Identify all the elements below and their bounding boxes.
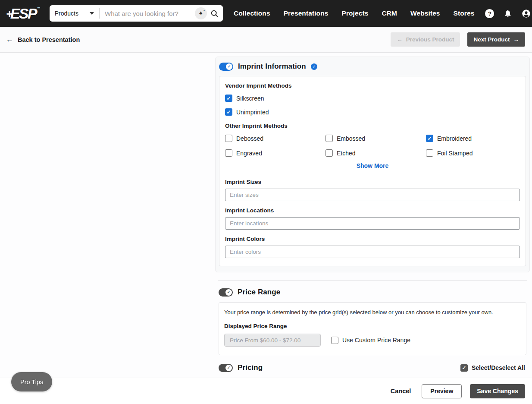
checkbox-icon — [325, 149, 333, 157]
left-arrow-icon: ← — [397, 36, 403, 43]
nav-item-projects[interactable]: Projects — [341, 9, 368, 17]
imprint-colors-field: Imprint Colors — [225, 236, 520, 258]
checkbox-unimprinted[interactable]: ✓Unimprinted — [225, 108, 520, 116]
toggle-check-icon: ✓ — [225, 365, 232, 371]
other-imprint-methods-label: Other Imprint Methods — [225, 123, 520, 129]
nav-item-websites[interactable]: Websites — [410, 9, 440, 17]
imprint-sizes-input[interactable] — [225, 189, 520, 201]
action-footer: Cancel Preview Save Changes — [0, 378, 532, 404]
checkbox-label: Debossed — [236, 135, 263, 142]
header-icon-group: ? — [485, 9, 531, 18]
esp-logo[interactable]: +ESP™ — [6, 6, 38, 21]
use-custom-price-range-checkbox[interactable]: Use Custom Price Range — [331, 337, 410, 344]
other-imprint-methods-grid: DebossedEmbossed✓EmbroideredEngravedEtch… — [225, 135, 520, 157]
checkbox-debossed[interactable]: Debossed — [225, 135, 325, 142]
checkbox-label: Silkscreen — [236, 95, 264, 102]
checkbox-engraved[interactable]: Engraved — [225, 149, 325, 157]
displayed-price-range-label: Displayed Price Range — [224, 323, 521, 329]
search-category-dropdown[interactable]: Products — [50, 10, 99, 17]
checkbox-label: Embroidered — [437, 135, 472, 142]
imprint-locations-field: Imprint Locations — [225, 207, 520, 230]
search-icon — [210, 9, 219, 18]
imprint-sizes-label: Imprint Sizes — [225, 179, 520, 185]
pricing-toggle[interactable]: ✓ — [219, 364, 233, 372]
imprint-information-toggle[interactable]: ✓ — [219, 63, 233, 71]
checkbox-label: Engraved — [236, 150, 262, 157]
trademark-mark: ™ — [37, 7, 39, 10]
cancel-button[interactable]: Cancel — [391, 388, 411, 395]
pricing-title: Pricing — [238, 363, 263, 372]
main-navigation: CollectionsPresentationsProjectsCRMWebsi… — [234, 9, 474, 17]
nav-item-crm[interactable]: CRM — [382, 9, 397, 17]
use-custom-price-range-label: Use Custom Price Range — [342, 337, 410, 344]
checkbox-check-icon: ✓ — [225, 108, 232, 116]
nav-item-collections[interactable]: Collections — [234, 9, 270, 17]
vendor-imprint-methods-label: Vendor Imprint Methods — [225, 82, 520, 89]
imprint-locations-input[interactable] — [225, 217, 520, 230]
imprint-information-title: Imprint Information — [238, 62, 306, 71]
checkbox-embossed[interactable]: Embossed — [325, 135, 426, 142]
account-button[interactable] — [522, 9, 531, 18]
logo-plus-icon: + — [6, 8, 12, 19]
search-input[interactable] — [100, 10, 195, 17]
select-deselect-all-checkbox[interactable]: ✓ Select/Deselect All — [460, 364, 525, 372]
price-range-description: Your price range is determined by the pr… — [224, 309, 521, 316]
checkbox-icon — [325, 135, 333, 142]
imprint-fields: Imprint SizesImprint LocationsImprint Co… — [225, 179, 520, 258]
section-divider — [218, 280, 527, 281]
toggle-check-icon: ✓ — [225, 289, 232, 296]
vendor-imprint-methods-list: ✓Silkscreen✓Unimprinted — [225, 95, 520, 116]
price-range-toggle[interactable]: ✓ — [219, 288, 233, 297]
imprint-colors-input[interactable] — [225, 246, 520, 258]
top-header: +ESP™ Products ✦ ✦ CollectionsPresentati… — [0, 0, 532, 27]
checkbox-label: Etched — [337, 150, 356, 157]
checkbox-label: Foil Stamped — [437, 150, 473, 157]
checkbox-foil-stamped[interactable]: Foil Stamped — [426, 149, 520, 157]
save-changes-button[interactable]: Save Changes — [470, 384, 525, 398]
nav-item-stores[interactable]: Stores — [454, 9, 475, 17]
next-product-button[interactable]: Next Product → — [467, 32, 525, 47]
back-to-presentation-link[interactable]: ← Back to Presentation — [6, 35, 80, 44]
checkbox-label: Embossed — [337, 135, 365, 142]
price-range-section: ✓ Price Range Your price range is determ… — [215, 288, 530, 355]
checkbox-check-icon: ✓ — [426, 135, 433, 142]
notifications-button[interactable] — [504, 9, 512, 18]
preview-button[interactable]: Preview — [422, 384, 462, 398]
imprint-locations-label: Imprint Locations — [225, 207, 520, 214]
show-more-link[interactable]: Show More — [225, 162, 520, 169]
search-bar: Products ✦ ✦ — [50, 5, 223, 22]
search-category-label: Products — [55, 10, 78, 17]
select-deselect-all-label: Select/Deselect All — [472, 364, 525, 371]
checkbox-check-icon: ✓ — [460, 364, 468, 372]
page-toolbar: ← Back to Presentation ← Previous Produc… — [0, 27, 532, 53]
ai-sparkle-button[interactable]: ✦ ✦ — [195, 7, 207, 19]
checkbox-icon — [331, 337, 338, 344]
price-range-card: Your price range is determined by the pr… — [219, 302, 526, 355]
checkbox-icon — [225, 149, 232, 157]
checkbox-icon — [225, 135, 232, 142]
imprint-information-section: ✓ Imprint Information i Vendor Imprint M… — [215, 57, 530, 272]
user-icon — [522, 9, 531, 18]
bell-icon — [504, 9, 512, 18]
pro-tips-button[interactable]: Pro Tips — [11, 372, 52, 391]
toggle-check-icon: ✓ — [226, 63, 232, 70]
checkbox-check-icon: ✓ — [225, 95, 232, 102]
chevron-down-icon — [90, 12, 94, 15]
search-submit-button[interactable] — [210, 9, 219, 18]
info-icon[interactable]: i — [311, 63, 317, 70]
logo-text: ESP — [10, 6, 37, 21]
checkbox-etched[interactable]: Etched — [325, 149, 426, 157]
imprint-sizes-field: Imprint Sizes — [225, 179, 520, 201]
imprint-card: Vendor Imprint Methods ✓Silkscreen✓Unimp… — [219, 76, 526, 266]
checkbox-silkscreen[interactable]: ✓Silkscreen — [225, 95, 520, 102]
back-link-label: Back to Presentation — [18, 36, 80, 43]
help-icon[interactable]: ? — [485, 9, 494, 18]
checkbox-embroidered[interactable]: ✓Embroidered — [426, 135, 520, 142]
back-arrow-icon: ← — [6, 35, 13, 44]
checkbox-label: Unimprinted — [236, 109, 269, 116]
previous-product-button[interactable]: ← Previous Product — [391, 32, 460, 47]
imprint-colors-label: Imprint Colors — [225, 236, 520, 242]
checkbox-icon — [426, 149, 433, 157]
price-range-title: Price Range — [238, 288, 280, 297]
nav-item-presentations[interactable]: Presentations — [284, 9, 329, 17]
